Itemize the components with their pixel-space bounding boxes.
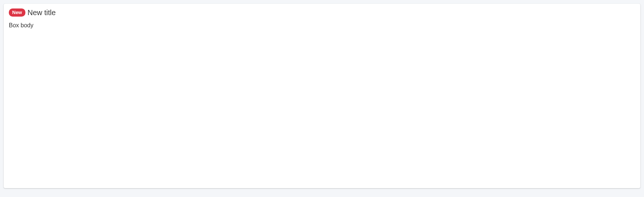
box-title: New title — [28, 8, 56, 17]
new-badge: New — [9, 8, 25, 17]
box-header: New New title — [4, 4, 640, 17]
box-body: Box body — [4, 17, 640, 188]
info-box: New New title Box body — [4, 4, 640, 188]
